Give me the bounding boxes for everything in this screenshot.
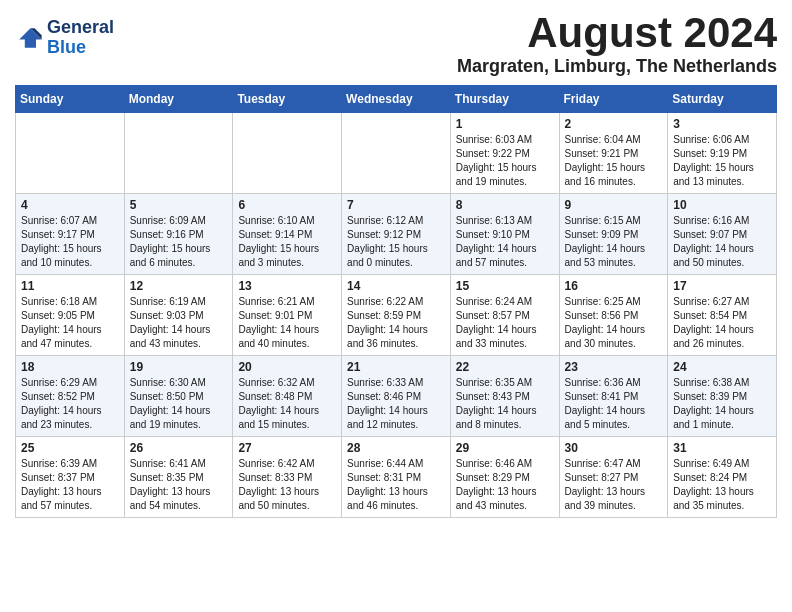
- col-header-monday: Monday: [124, 86, 233, 113]
- week-row-2: 4Sunrise: 6:07 AM Sunset: 9:17 PM Daylig…: [16, 194, 777, 275]
- day-number: 27: [238, 441, 336, 455]
- day-info: Sunrise: 6:49 AM Sunset: 8:24 PM Dayligh…: [673, 457, 771, 513]
- day-info: Sunrise: 6:13 AM Sunset: 9:10 PM Dayligh…: [456, 214, 554, 270]
- day-cell: 3Sunrise: 6:06 AM Sunset: 9:19 PM Daylig…: [668, 113, 777, 194]
- week-row-3: 11Sunrise: 6:18 AM Sunset: 9:05 PM Dayli…: [16, 275, 777, 356]
- day-number: 15: [456, 279, 554, 293]
- day-info: Sunrise: 6:25 AM Sunset: 8:56 PM Dayligh…: [565, 295, 663, 351]
- day-number: 2: [565, 117, 663, 131]
- day-info: Sunrise: 6:06 AM Sunset: 9:19 PM Dayligh…: [673, 133, 771, 189]
- day-cell: 14Sunrise: 6:22 AM Sunset: 8:59 PM Dayli…: [342, 275, 451, 356]
- day-info: Sunrise: 6:42 AM Sunset: 8:33 PM Dayligh…: [238, 457, 336, 513]
- day-number: 6: [238, 198, 336, 212]
- week-row-5: 25Sunrise: 6:39 AM Sunset: 8:37 PM Dayli…: [16, 437, 777, 518]
- day-info: Sunrise: 6:04 AM Sunset: 9:21 PM Dayligh…: [565, 133, 663, 189]
- day-cell: 31Sunrise: 6:49 AM Sunset: 8:24 PM Dayli…: [668, 437, 777, 518]
- day-info: Sunrise: 6:07 AM Sunset: 9:17 PM Dayligh…: [21, 214, 119, 270]
- day-cell: 25Sunrise: 6:39 AM Sunset: 8:37 PM Dayli…: [16, 437, 125, 518]
- header: General Blue August 2024 Margraten, Limb…: [15, 10, 777, 77]
- day-info: Sunrise: 6:33 AM Sunset: 8:46 PM Dayligh…: [347, 376, 445, 432]
- day-number: 17: [673, 279, 771, 293]
- day-info: Sunrise: 6:18 AM Sunset: 9:05 PM Dayligh…: [21, 295, 119, 351]
- day-cell: 11Sunrise: 6:18 AM Sunset: 9:05 PM Dayli…: [16, 275, 125, 356]
- day-cell: [233, 113, 342, 194]
- day-cell: 22Sunrise: 6:35 AM Sunset: 8:43 PM Dayli…: [450, 356, 559, 437]
- day-info: Sunrise: 6:12 AM Sunset: 9:12 PM Dayligh…: [347, 214, 445, 270]
- day-cell: [124, 113, 233, 194]
- day-info: Sunrise: 6:41 AM Sunset: 8:35 PM Dayligh…: [130, 457, 228, 513]
- day-number: 24: [673, 360, 771, 374]
- day-info: Sunrise: 6:16 AM Sunset: 9:07 PM Dayligh…: [673, 214, 771, 270]
- day-number: 23: [565, 360, 663, 374]
- day-number: 11: [21, 279, 119, 293]
- day-cell: 1Sunrise: 6:03 AM Sunset: 9:22 PM Daylig…: [450, 113, 559, 194]
- day-cell: 13Sunrise: 6:21 AM Sunset: 9:01 PM Dayli…: [233, 275, 342, 356]
- day-cell: 6Sunrise: 6:10 AM Sunset: 9:14 PM Daylig…: [233, 194, 342, 275]
- day-number: 4: [21, 198, 119, 212]
- day-number: 31: [673, 441, 771, 455]
- day-number: 1: [456, 117, 554, 131]
- logo-general: General: [47, 18, 114, 38]
- day-cell: 26Sunrise: 6:41 AM Sunset: 8:35 PM Dayli…: [124, 437, 233, 518]
- logo: General Blue: [15, 18, 114, 58]
- day-cell: 28Sunrise: 6:44 AM Sunset: 8:31 PM Dayli…: [342, 437, 451, 518]
- col-header-friday: Friday: [559, 86, 668, 113]
- day-number: 5: [130, 198, 228, 212]
- day-number: 20: [238, 360, 336, 374]
- day-info: Sunrise: 6:09 AM Sunset: 9:16 PM Dayligh…: [130, 214, 228, 270]
- day-number: 16: [565, 279, 663, 293]
- day-info: Sunrise: 6:22 AM Sunset: 8:59 PM Dayligh…: [347, 295, 445, 351]
- day-number: 7: [347, 198, 445, 212]
- day-cell: 4Sunrise: 6:07 AM Sunset: 9:17 PM Daylig…: [16, 194, 125, 275]
- day-cell: 8Sunrise: 6:13 AM Sunset: 9:10 PM Daylig…: [450, 194, 559, 275]
- day-info: Sunrise: 6:44 AM Sunset: 8:31 PM Dayligh…: [347, 457, 445, 513]
- day-info: Sunrise: 6:27 AM Sunset: 8:54 PM Dayligh…: [673, 295, 771, 351]
- day-cell: 10Sunrise: 6:16 AM Sunset: 9:07 PM Dayli…: [668, 194, 777, 275]
- day-info: Sunrise: 6:30 AM Sunset: 8:50 PM Dayligh…: [130, 376, 228, 432]
- day-cell: [342, 113, 451, 194]
- day-info: Sunrise: 6:38 AM Sunset: 8:39 PM Dayligh…: [673, 376, 771, 432]
- day-info: Sunrise: 6:19 AM Sunset: 9:03 PM Dayligh…: [130, 295, 228, 351]
- day-cell: 2Sunrise: 6:04 AM Sunset: 9:21 PM Daylig…: [559, 113, 668, 194]
- day-number: 22: [456, 360, 554, 374]
- day-number: 12: [130, 279, 228, 293]
- day-info: Sunrise: 6:39 AM Sunset: 8:37 PM Dayligh…: [21, 457, 119, 513]
- day-info: Sunrise: 6:10 AM Sunset: 9:14 PM Dayligh…: [238, 214, 336, 270]
- day-cell: 12Sunrise: 6:19 AM Sunset: 9:03 PM Dayli…: [124, 275, 233, 356]
- day-number: 28: [347, 441, 445, 455]
- day-cell: 17Sunrise: 6:27 AM Sunset: 8:54 PM Dayli…: [668, 275, 777, 356]
- day-info: Sunrise: 6:15 AM Sunset: 9:09 PM Dayligh…: [565, 214, 663, 270]
- day-number: 3: [673, 117, 771, 131]
- day-info: Sunrise: 6:36 AM Sunset: 8:41 PM Dayligh…: [565, 376, 663, 432]
- day-info: Sunrise: 6:35 AM Sunset: 8:43 PM Dayligh…: [456, 376, 554, 432]
- day-cell: 9Sunrise: 6:15 AM Sunset: 9:09 PM Daylig…: [559, 194, 668, 275]
- day-cell: 29Sunrise: 6:46 AM Sunset: 8:29 PM Dayli…: [450, 437, 559, 518]
- day-cell: 27Sunrise: 6:42 AM Sunset: 8:33 PM Dayli…: [233, 437, 342, 518]
- week-row-1: 1Sunrise: 6:03 AM Sunset: 9:22 PM Daylig…: [16, 113, 777, 194]
- day-info: Sunrise: 6:46 AM Sunset: 8:29 PM Dayligh…: [456, 457, 554, 513]
- col-header-sunday: Sunday: [16, 86, 125, 113]
- day-cell: 5Sunrise: 6:09 AM Sunset: 9:16 PM Daylig…: [124, 194, 233, 275]
- day-number: 10: [673, 198, 771, 212]
- location-title: Margraten, Limburg, The Netherlands: [457, 56, 777, 77]
- day-number: 14: [347, 279, 445, 293]
- day-cell: 24Sunrise: 6:38 AM Sunset: 8:39 PM Dayli…: [668, 356, 777, 437]
- day-cell: 23Sunrise: 6:36 AM Sunset: 8:41 PM Dayli…: [559, 356, 668, 437]
- day-cell: 19Sunrise: 6:30 AM Sunset: 8:50 PM Dayli…: [124, 356, 233, 437]
- day-number: 26: [130, 441, 228, 455]
- day-info: Sunrise: 6:24 AM Sunset: 8:57 PM Dayligh…: [456, 295, 554, 351]
- month-title: August 2024: [457, 10, 777, 56]
- logo-icon: [15, 24, 43, 52]
- day-number: 29: [456, 441, 554, 455]
- day-cell: 21Sunrise: 6:33 AM Sunset: 8:46 PM Dayli…: [342, 356, 451, 437]
- day-number: 9: [565, 198, 663, 212]
- day-info: Sunrise: 6:03 AM Sunset: 9:22 PM Dayligh…: [456, 133, 554, 189]
- day-cell: 15Sunrise: 6:24 AM Sunset: 8:57 PM Dayli…: [450, 275, 559, 356]
- title-area: August 2024 Margraten, Limburg, The Neth…: [457, 10, 777, 77]
- day-number: 13: [238, 279, 336, 293]
- day-cell: 18Sunrise: 6:29 AM Sunset: 8:52 PM Dayli…: [16, 356, 125, 437]
- day-number: 21: [347, 360, 445, 374]
- col-header-thursday: Thursday: [450, 86, 559, 113]
- day-info: Sunrise: 6:29 AM Sunset: 8:52 PM Dayligh…: [21, 376, 119, 432]
- day-cell: 30Sunrise: 6:47 AM Sunset: 8:27 PM Dayli…: [559, 437, 668, 518]
